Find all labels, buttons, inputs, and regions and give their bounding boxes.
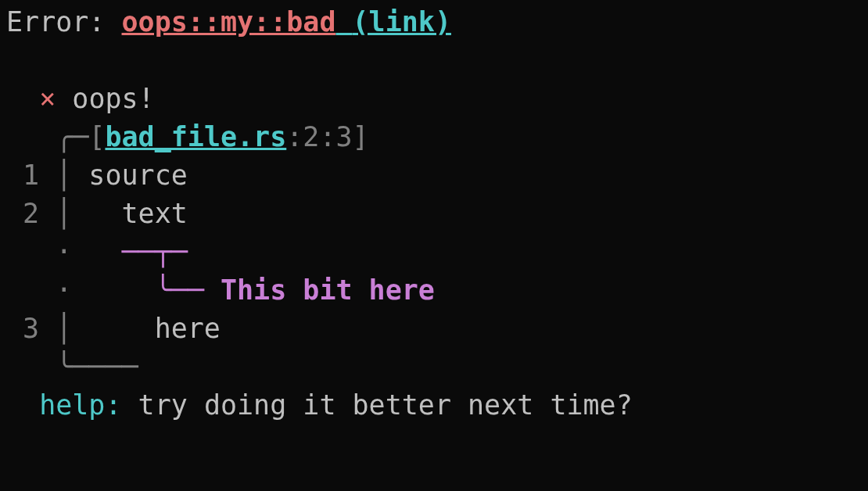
highlight-label: This bit here — [221, 274, 435, 306]
box-top-corner-icon: ╭─ — [56, 121, 88, 152]
error-prefix: Error: — [6, 6, 122, 38]
file-colon1: : — [286, 121, 303, 152]
file-col: 3 — [335, 121, 352, 152]
source-line-1: source — [88, 159, 187, 191]
file-line: 2 — [303, 121, 319, 152]
gutter-hl1: · — [6, 236, 88, 267]
file-colon2: : — [319, 121, 335, 152]
help-indent — [6, 389, 39, 421]
hl2-indent — [88, 274, 154, 306]
gutter-1: 1 │ — [6, 159, 88, 191]
help-text: try doing it better next time? — [138, 389, 633, 421]
error-message: oops! — [72, 83, 154, 114]
terminal-output: Error: oops::my::bad (link) × oops! ╭─[b… — [0, 0, 868, 428]
source-line-2-indent — [88, 198, 121, 229]
hl1-indent — [88, 236, 121, 267]
help-label: help: — [39, 389, 138, 421]
source-line-2: text — [122, 198, 188, 229]
source-file-link[interactable]: bad_file.rs — [105, 121, 286, 152]
source-line-3: here — [155, 313, 221, 344]
highlight-underline-icon: ──┬─ — [122, 236, 188, 267]
file-indent — [6, 121, 56, 152]
error-code-link[interactable]: oops::my::bad — [122, 6, 336, 38]
error-docs-link[interactable]: (link) — [353, 6, 451, 38]
end-indent — [6, 351, 56, 382]
source-line-3-indent — [88, 313, 154, 344]
box-bottom-corner-icon: ╰──── — [56, 351, 138, 382]
file-rbracket: ] — [353, 121, 369, 152]
highlight-arrow-icon: ╰── — [155, 274, 221, 306]
file-lbracket: [ — [88, 121, 105, 152]
gutter-3: 3 │ — [6, 313, 88, 344]
error-link-space — [335, 6, 352, 38]
msg-indent — [6, 83, 39, 114]
error-cross-icon: × — [39, 83, 56, 114]
msg-space — [56, 83, 72, 114]
gutter-2: 2 │ — [6, 198, 88, 229]
gutter-hl2: · — [6, 274, 88, 306]
